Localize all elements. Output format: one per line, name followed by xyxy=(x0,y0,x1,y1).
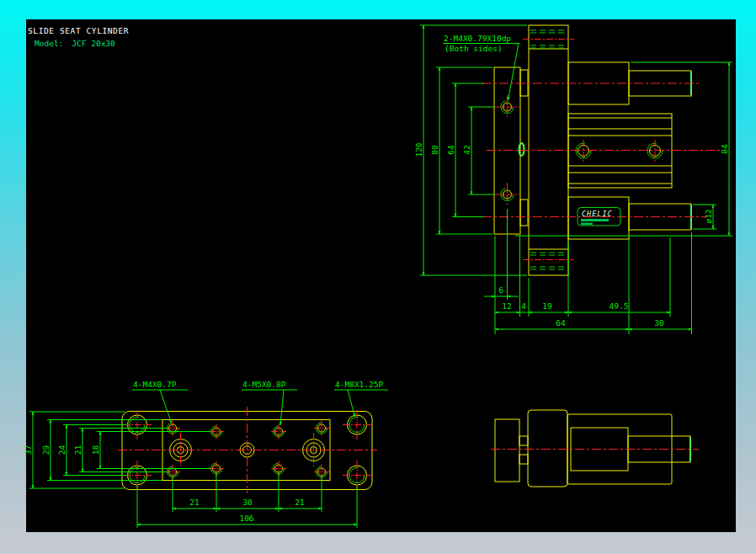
model-line: Model:JCF 20x30 xyxy=(35,39,115,48)
dim-hole-offset: 6 xyxy=(498,285,503,295)
dim-plan-21a: 21 xyxy=(189,498,200,507)
dim-plan-29: 29 xyxy=(41,445,51,455)
dim-plan-37: 37 xyxy=(24,445,33,455)
brand-fineprint-bar xyxy=(581,223,593,226)
dim-plan-106: 106 xyxy=(239,514,253,523)
drawing-title: SLIDE SEAT CYLINDER xyxy=(28,26,129,35)
dim-rod-diameter: ø12 xyxy=(704,209,713,223)
dim-plan-21: 21 xyxy=(73,445,83,455)
cad-viewport[interactable]: SLIDE SEAT CYLINDER Model:JCF 20x30 xyxy=(0,0,756,554)
dim-gap: 4 xyxy=(521,301,526,311)
note-side-holes-line2: (Both sides) xyxy=(445,44,503,53)
dim-overall-height: 120 xyxy=(414,142,423,157)
note-m4-holes: 4-M4X0.7P xyxy=(133,380,177,389)
dim-plan-21b: 21 xyxy=(295,498,305,507)
note-m5-holes: 4-M5X0.8P xyxy=(242,380,286,389)
dim-plate-thickness: 12 xyxy=(502,301,511,311)
dim-rod-span: 84 xyxy=(720,144,729,154)
dim-base-length: 64 xyxy=(556,318,566,328)
dim-hole-centers: 42 xyxy=(462,145,471,154)
dim-plan-18: 18 xyxy=(91,445,100,455)
brand-name: CHELIC xyxy=(582,210,613,218)
dim-body-width: 49.5 xyxy=(610,301,629,311)
dim-stroke-length: 30 xyxy=(654,318,664,328)
dim-plate-height: 80 xyxy=(430,145,439,155)
dim-plan-30: 30 xyxy=(242,498,253,507)
dim-block-width: 19 xyxy=(542,301,552,311)
brand-fineprint-bar xyxy=(581,219,609,221)
dim-plan-24: 24 xyxy=(57,445,67,455)
note-side-holes-line1: 2-M4X0.79X10dp xyxy=(444,34,511,43)
dim-port-centers: 64 xyxy=(446,145,455,155)
note-m8-holes: 4-M8X1.25P xyxy=(335,380,383,389)
